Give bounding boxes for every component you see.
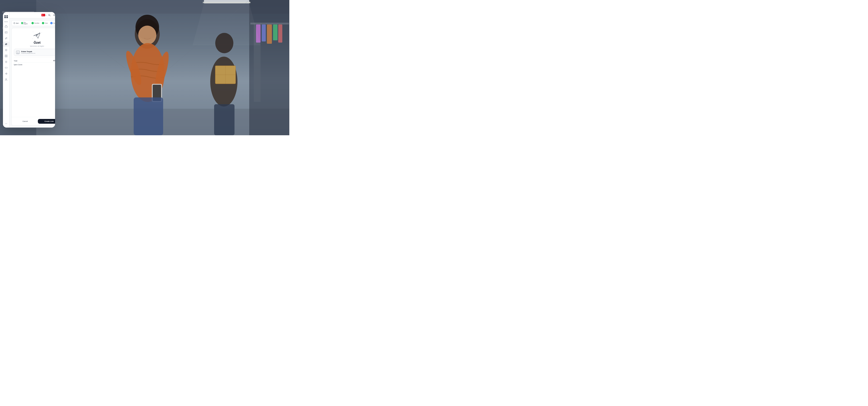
create-link-button[interactable]: Create Link [38,119,55,124]
dot2 [41,33,42,33]
separator-4: » [49,23,50,24]
svg-rect-54 [5,56,6,57]
breadcrumb-step-3: ✓ Tutar [42,22,48,24]
card-title: Özet [34,41,40,44]
amount-label-tutar: Tutar [14,60,18,62]
summary-icon-area [31,31,43,40]
app-logo [4,14,8,19]
amount-value-tutar: ₺5.000,00 [53,60,55,62]
svg-point-56 [6,61,6,62]
svg-point-66 [18,52,19,53]
svg-rect-44 [4,17,6,18]
app-overlay: MAIN >> [3,12,55,128]
svg-rect-55 [6,56,7,57]
svg-rect-45 [6,17,8,18]
sidebar-item-home[interactable] [3,24,9,29]
sidebar-expand-button[interactable]: >> [4,122,8,125]
svg-point-35 [215,33,234,53]
svg-rect-46 [5,26,7,28]
step2-check: ✓ [31,22,34,24]
breadcrumb: Geri » ✓ Alıcı Bilgileri » ✓ Tercihler »… [11,20,55,26]
search-icon[interactable] [48,13,51,17]
separator-3: » [40,23,41,24]
amount-label-fee: İşlem Ücreti [14,64,22,65]
card-body: Erdem Tonyalı erdemtonyali@email.com Tut… [11,49,55,117]
recipient-email: erdemtonyali@email.com [21,53,35,54]
card-subtitle: İşleminize ait bilgiler [30,45,44,47]
svg-line-62 [50,15,51,16]
language-code: ▾ [45,14,46,16]
recipient-row: Erdem Tonyalı erdemtonyali@email.com [14,49,55,56]
amount-row-1: İşlem Ücreti ₺0.00 [14,63,55,66]
step4-number: 4 [50,22,53,24]
recipient-name: Erdem Tonyalı [21,51,35,52]
main-content: ▾ ▾ Geri » [9,12,55,128]
step3-check: ✓ [42,22,44,24]
sidebar-item-sound[interactable] [3,71,9,76]
breadcrumb-step-1: ✓ Alıcı Bilgileri [21,22,29,25]
topbar: ▾ ▾ [9,12,55,18]
amount-row-0: Tutar ₺5.000,00 [14,59,55,63]
card-header: Özet İşleminize ait bilgiler [11,28,55,49]
svg-rect-17 [267,25,272,44]
sidebar: MAIN >> [3,12,9,128]
sidebar-item-user[interactable] [3,77,9,82]
svg-rect-34 [134,97,163,135]
sidebar-item-links[interactable] [3,41,9,47]
back-button[interactable]: Geri [13,22,19,24]
dialog-area: Geri » ✓ Alıcı Bilgileri » ✓ Tercihler »… [9,18,55,128]
dot1 [33,32,33,32]
svg-point-28 [138,26,156,44]
separator-1: » [20,23,20,24]
summary-card: Özet İşleminize ait bilgiler Erdem Tonya… [11,28,55,126]
svg-point-60 [42,15,43,15]
svg-rect-42 [4,15,6,17]
svg-rect-41 [214,104,235,135]
language-selector[interactable]: ▾ [41,14,46,16]
breadcrumb-step-4: 4 Onayla [50,22,55,24]
amount-section: Tutar ₺5.000,00 İşlem Ücreti ₺0.00 [14,57,55,66]
svg-rect-53 [6,55,7,56]
svg-point-57 [6,79,7,80]
svg-rect-16 [262,25,266,41]
sidebar-item-transactions[interactable] [3,30,9,35]
breadcrumb-step-2: ✓ Tercihler [31,22,39,24]
cancel-button[interactable]: Cancel [14,119,36,124]
svg-rect-18 [273,25,278,40]
sidebar-item-settings[interactable] [3,59,9,65]
card-actions: Cancel Create Link [11,117,55,126]
recipient-info: Erdem Tonyalı erdemtonyali@email.com [21,51,35,54]
paper-plane-icon [33,31,41,40]
svg-rect-19 [278,25,282,42]
sidebar-item-grid[interactable] [3,53,9,59]
flag-icon [41,14,45,16]
step1-check: ✓ [21,22,23,24]
svg-rect-47 [5,31,7,33]
svg-rect-52 [5,55,6,56]
sidebar-item-transfer[interactable] [3,36,9,41]
recipient-avatar-icon [16,50,20,54]
svg-rect-43 [6,15,8,17]
sidebar-item-code[interactable] [3,65,9,70]
svg-point-51 [6,50,6,51]
svg-rect-14 [250,23,289,25]
sidebar-item-analytics[interactable] [3,48,9,53]
separator-2: » [30,23,31,24]
sidebar-section-label: MAIN [4,21,8,23]
dot3 [32,38,33,39]
